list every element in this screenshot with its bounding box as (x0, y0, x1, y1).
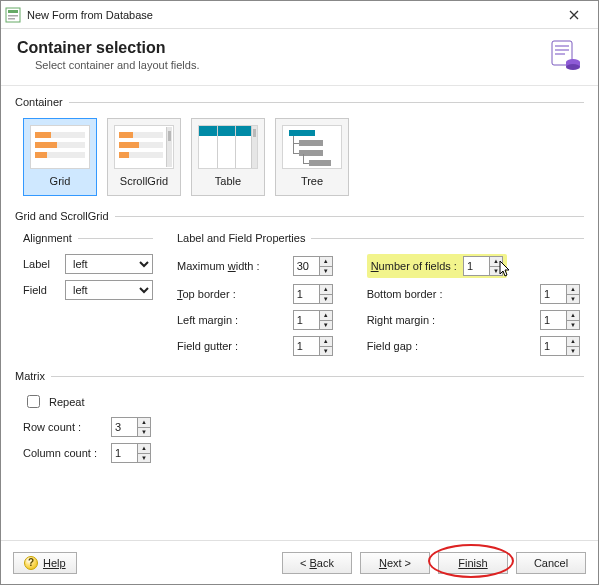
svg-rect-7 (555, 53, 565, 55)
top-border-spinner[interactable]: ▲▼ (293, 284, 337, 304)
container-option-scrollgrid[interactable]: ScrollGrid (107, 118, 181, 196)
spin-down-icon[interactable]: ▼ (319, 294, 333, 305)
max-width-spinner[interactable]: ▲▼ (293, 256, 337, 276)
spin-up-icon[interactable]: ▲ (319, 256, 333, 266)
finish-button[interactable]: Finish (438, 552, 508, 574)
close-button[interactable] (554, 1, 594, 28)
alignment-group-label: Alignment (23, 232, 78, 244)
max-width-label: Maximum width : (177, 260, 289, 272)
row-count-input[interactable] (111, 417, 137, 437)
svg-rect-2 (8, 15, 18, 17)
svg-rect-5 (555, 45, 569, 47)
spin-up-icon[interactable]: ▲ (137, 443, 151, 453)
container-group: Container Grid ScrollGrid Table (15, 96, 584, 198)
dialog-window: New Form from Database Container selecti… (0, 0, 599, 585)
next-button[interactable]: Next > (360, 552, 430, 574)
right-margin-spinner[interactable]: ▲▼ (540, 310, 584, 330)
container-option-tree[interactable]: Tree (275, 118, 349, 196)
align-label-select[interactable]: left (65, 254, 153, 274)
spin-up-icon[interactable]: ▲ (489, 256, 503, 266)
matrix-group: Matrix Repeat Row count : ▲▼ Column coun… (15, 370, 584, 471)
page-title: Container selection (17, 39, 200, 57)
label-field-props-group-label: Label and Field Properties (177, 232, 311, 244)
align-label-label: Label (23, 258, 59, 270)
spin-down-icon[interactable]: ▼ (137, 453, 151, 464)
container-option-table[interactable]: Table (191, 118, 265, 196)
spin-down-icon[interactable]: ▼ (489, 266, 503, 277)
max-width-input[interactable] (293, 256, 319, 276)
num-fields-input[interactable] (463, 256, 489, 276)
right-margin-label: Right margin : (361, 314, 536, 326)
help-button[interactable]: ? Help (13, 552, 77, 574)
cancel-button[interactable]: Cancel (516, 552, 586, 574)
row-count-spinner[interactable]: ▲▼ (111, 417, 151, 437)
right-margin-input[interactable] (540, 310, 566, 330)
table-icon (198, 125, 258, 169)
container-group-label: Container (15, 96, 69, 108)
grid-icon (30, 125, 90, 169)
left-margin-input[interactable] (293, 310, 319, 330)
left-margin-spinner[interactable]: ▲▼ (293, 310, 337, 330)
col-count-spinner[interactable]: ▲▼ (111, 443, 151, 463)
field-gap-label: Field gap : (361, 340, 536, 352)
spin-up-icon[interactable]: ▲ (566, 284, 580, 294)
titlebar: New Form from Database (1, 1, 598, 29)
grid-scrollgrid-group: Grid and ScrollGrid Alignment Label left… (15, 210, 584, 358)
spin-down-icon[interactable]: ▼ (566, 346, 580, 357)
repeat-label: Repeat (49, 396, 84, 408)
spin-up-icon[interactable]: ▲ (319, 310, 333, 320)
spin-up-icon[interactable]: ▲ (566, 336, 580, 346)
col-count-label: Column count : (23, 447, 105, 459)
app-icon (5, 7, 21, 23)
num-fields-highlight: Number of fields : ▲▼ (367, 254, 507, 278)
spin-up-icon[interactable]: ▲ (137, 417, 151, 427)
svg-rect-1 (8, 10, 18, 13)
spin-down-icon[interactable]: ▼ (566, 294, 580, 305)
svg-point-10 (566, 64, 580, 70)
col-count-input[interactable] (111, 443, 137, 463)
svg-rect-3 (8, 18, 15, 20)
header-logo-icon (550, 39, 582, 71)
label-field-props-group: Label and Field Properties Maximum width… (177, 232, 584, 356)
spin-up-icon[interactable]: ▲ (319, 284, 333, 294)
bottom-border-label: Bottom border : (361, 288, 536, 300)
alignment-group: Alignment Label left Field left (23, 232, 153, 356)
matrix-group-label: Matrix (15, 370, 51, 382)
field-gutter-spinner[interactable]: ▲▼ (293, 336, 337, 356)
help-icon: ? (24, 556, 38, 570)
spin-down-icon[interactable]: ▼ (566, 320, 580, 331)
wizard-footer: ? Help < Back Next > Finish Cancel (1, 540, 598, 584)
align-field-select[interactable]: left (65, 280, 153, 300)
num-fields-spinner[interactable]: ▲▼ (463, 256, 503, 276)
field-gutter-input[interactable] (293, 336, 319, 356)
tree-icon (282, 125, 342, 169)
container-option-grid[interactable]: Grid (23, 118, 97, 196)
back-button[interactable]: < Back (282, 552, 352, 574)
spin-up-icon[interactable]: ▲ (319, 336, 333, 346)
page-subtitle: Select container and layout fields. (17, 59, 200, 71)
left-margin-label: Left margin : (177, 314, 289, 326)
num-fields-label: Number of fields : (371, 260, 457, 272)
spin-down-icon[interactable]: ▼ (319, 266, 333, 277)
spin-up-icon[interactable]: ▲ (566, 310, 580, 320)
window-title: New Form from Database (27, 9, 554, 21)
wizard-header: Container selection Select container and… (1, 29, 598, 86)
field-gap-input[interactable] (540, 336, 566, 356)
field-gap-spinner[interactable]: ▲▼ (540, 336, 584, 356)
svg-rect-6 (555, 49, 569, 51)
spin-down-icon[interactable]: ▼ (137, 427, 151, 438)
scrollgrid-icon (114, 125, 174, 169)
row-count-label: Row count : (23, 421, 105, 433)
spin-down-icon[interactable]: ▼ (319, 320, 333, 331)
grid-scrollgrid-group-label: Grid and ScrollGrid (15, 210, 115, 222)
align-field-label: Field (23, 284, 59, 296)
spin-down-icon[interactable]: ▼ (319, 346, 333, 357)
top-border-input[interactable] (293, 284, 319, 304)
field-gutter-label: Field gutter : (177, 340, 289, 352)
bottom-border-spinner[interactable]: ▲▼ (540, 284, 584, 304)
repeat-checkbox[interactable] (27, 395, 40, 408)
top-border-label: Top border : (177, 288, 289, 300)
bottom-border-input[interactable] (540, 284, 566, 304)
